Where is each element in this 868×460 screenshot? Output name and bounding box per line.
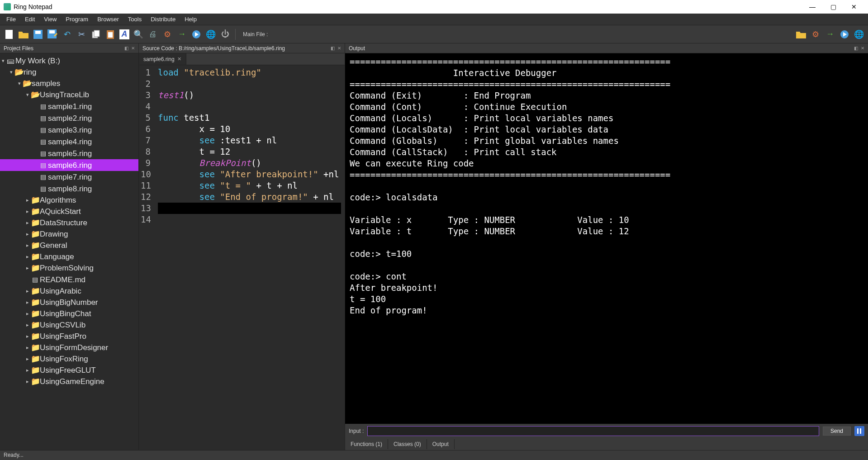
app-icon bbox=[4, 3, 11, 10]
undock-icon[interactable]: ◧ bbox=[331, 46, 335, 51]
power-icon[interactable]: ⏻ bbox=[220, 29, 231, 40]
source-panel-title: Source Code : B:/ring/samples/UsingTrace… bbox=[142, 45, 285, 52]
tree-folder-usingfreeglut[interactable]: ▸📁UsingFreeGLUT bbox=[0, 365, 138, 376]
tree-file-sample2.ring[interactable]: ▤sample2.ring bbox=[0, 112, 138, 124]
play-icon[interactable] bbox=[191, 29, 202, 40]
tree-folder-usinggameengine[interactable]: ▸📁UsingGameEngine bbox=[0, 376, 138, 387]
main-file-label: Main File : bbox=[240, 31, 270, 38]
panel-close-icon[interactable]: ✕ bbox=[337, 46, 341, 51]
maximize-button[interactable]: ▢ bbox=[823, 0, 844, 14]
tree-folder-ring[interactable]: ▾📂ring bbox=[0, 66, 138, 78]
tree-folder-usingbingchat[interactable]: ▸📁UsingBingChat bbox=[0, 308, 138, 319]
play-icon-2[interactable] bbox=[839, 29, 850, 40]
line-numbers: 1234567891011121314 bbox=[139, 65, 154, 450]
menu-edit[interactable]: Edit bbox=[20, 14, 39, 24]
print-icon[interactable]: 🖨 bbox=[147, 29, 158, 40]
svg-rect-8 bbox=[108, 32, 113, 38]
tab-close-icon[interactable]: ✕ bbox=[177, 56, 181, 62]
font-icon[interactable]: A bbox=[119, 29, 129, 39]
svg-rect-12 bbox=[860, 428, 861, 434]
save-as-icon[interactable] bbox=[47, 29, 58, 40]
tree-file-sample3.ring[interactable]: ▤sample3.ring bbox=[0, 124, 138, 136]
globe-icon[interactable]: 🌐 bbox=[205, 29, 216, 40]
statusbar: Ready... bbox=[0, 450, 868, 460]
menu-browser[interactable]: Browser bbox=[93, 14, 123, 24]
send-button[interactable]: Send bbox=[823, 427, 851, 436]
tree-folder-usingcsvlib[interactable]: ▸📁UsingCSVLib bbox=[0, 319, 138, 331]
tree-folder-general[interactable]: ▸📁General bbox=[0, 240, 138, 251]
bottom-tab-functions[interactable]: Functions (1) bbox=[345, 439, 388, 449]
open-folder-icon[interactable] bbox=[18, 29, 29, 40]
tree-folder-language[interactable]: ▸📁Language bbox=[0, 251, 138, 262]
undock-icon[interactable]: ◧ bbox=[854, 46, 858, 51]
run-arrow-icon[interactable]: → bbox=[176, 29, 187, 40]
find-icon[interactable]: 🔍 bbox=[133, 29, 144, 40]
paste-icon[interactable] bbox=[105, 29, 116, 40]
menu-program[interactable]: Program bbox=[61, 14, 93, 24]
tree-folder-algorithms[interactable]: ▸📁Algorithms bbox=[0, 194, 138, 206]
menubar: FileEditViewProgramBrowserToolsDistribut… bbox=[0, 14, 868, 25]
tree-folder-usingtrace[interactable]: ▾📂UsingTraceLib bbox=[0, 89, 138, 100]
bottom-tab-output[interactable]: Output bbox=[427, 439, 455, 449]
svg-rect-11 bbox=[857, 428, 859, 434]
output-panel-title: Output bbox=[349, 45, 365, 52]
svg-rect-4 bbox=[49, 30, 55, 33]
menu-file[interactable]: File bbox=[2, 14, 20, 24]
tree-file-sample8.ring[interactable]: ▤sample8.ring bbox=[0, 183, 138, 194]
menu-view[interactable]: View bbox=[39, 14, 61, 24]
new-file-icon[interactable] bbox=[4, 29, 14, 40]
output-console: ========================================… bbox=[345, 53, 868, 424]
tree-folder-problemsolving[interactable]: ▸📁ProblemSolving bbox=[0, 262, 138, 274]
project-panel-title: Project Files bbox=[4, 45, 33, 52]
minimize-button[interactable]: — bbox=[802, 0, 823, 14]
debug-icon[interactable]: ⚙ bbox=[162, 29, 173, 40]
globe-icon-2[interactable]: 🌐 bbox=[854, 29, 864, 40]
tree-folder-usingfastpro[interactable]: ▸📁UsingFastPro bbox=[0, 331, 138, 342]
copy-icon[interactable] bbox=[90, 29, 101, 40]
tree-folder-usingformdesigner[interactable]: ▸📁UsingFormDesigner bbox=[0, 342, 138, 353]
tree-file-sample7.ring[interactable]: ▤sample7.ring bbox=[0, 171, 138, 183]
tab-label: sample6.ring bbox=[143, 56, 175, 62]
debug-icon-2[interactable]: ⚙ bbox=[810, 29, 821, 40]
project-files-panel: Project Files ◧✕ ▾🖴My Work (B:)▾📂ring▾📂s… bbox=[0, 43, 139, 450]
file-tree[interactable]: ▾🖴My Work (B:)▾📂ring▾📂samples▾📂UsingTrac… bbox=[0, 53, 138, 450]
tree-folder-usingfoxring[interactable]: ▸📁UsingFoxRing bbox=[0, 353, 138, 365]
menu-help[interactable]: Help bbox=[180, 14, 201, 24]
tree-folder-usingarabic[interactable]: ▸📁UsingArabic bbox=[0, 285, 138, 297]
bottom-tab-classes[interactable]: Classes (0) bbox=[388, 439, 427, 449]
tree-file-sample6.ring[interactable]: ▤sample6.ring bbox=[0, 159, 138, 171]
tree-root[interactable]: ▾🖴My Work (B:) bbox=[0, 55, 138, 66]
code-editor[interactable]: load "tracelib.ring" test1() func test1 … bbox=[154, 65, 345, 450]
menu-tools[interactable]: Tools bbox=[123, 14, 146, 24]
svg-rect-6 bbox=[94, 30, 100, 37]
undock-icon[interactable]: ◧ bbox=[124, 46, 128, 51]
tree-folder-drawing[interactable]: ▸📁Drawing bbox=[0, 228, 138, 240]
tree-folder-aquickstart[interactable]: ▸📁AQuickStart bbox=[0, 206, 138, 217]
tree-file-readme[interactable]: ▤README.md bbox=[0, 274, 138, 285]
panel-close-icon[interactable]: ✕ bbox=[861, 46, 864, 51]
toolbar: ↶ ✂ A 🔍 🖨 ⚙ → 🌐 ⏻ Main File : ⚙ → 🌐 bbox=[0, 25, 868, 43]
titlebar: Ring Notepad — ▢ ✕ bbox=[0, 0, 868, 14]
tree-file-sample1.ring[interactable]: ▤sample1.ring bbox=[0, 100, 138, 112]
save-icon[interactable] bbox=[33, 29, 43, 40]
input-field[interactable] bbox=[367, 426, 819, 436]
bottom-tabs: Functions (1)Classes (0)Output bbox=[345, 438, 868, 450]
tree-folder-datastructure[interactable]: ▸📁DataStructure bbox=[0, 217, 138, 228]
tree-folder-usingbignumber[interactable]: ▸📁UsingBigNumber bbox=[0, 297, 138, 308]
tree-file-sample5.ring[interactable]: ▤sample5.ring bbox=[0, 147, 138, 159]
pause-button[interactable] bbox=[854, 426, 864, 436]
open-folder-icon-2[interactable] bbox=[796, 29, 806, 40]
tree-folder-samples[interactable]: ▾📂samples bbox=[0, 78, 138, 89]
panel-close-icon[interactable]: ✕ bbox=[131, 46, 135, 51]
editor-tab[interactable]: sample6.ring ✕ bbox=[139, 53, 186, 65]
svg-rect-2 bbox=[35, 31, 41, 34]
run-arrow-icon-2[interactable]: → bbox=[825, 29, 835, 40]
window-title: Ring Notepad bbox=[14, 3, 52, 10]
menu-distribute[interactable]: Distribute bbox=[146, 14, 180, 24]
cut-icon[interactable]: ✂ bbox=[76, 29, 87, 40]
output-panel: Output ◧✕ ==============================… bbox=[345, 43, 868, 450]
undo-icon[interactable]: ↶ bbox=[62, 29, 72, 40]
tree-file-sample4.ring[interactable]: ▤sample4.ring bbox=[0, 136, 138, 147]
svg-rect-0 bbox=[5, 30, 13, 39]
close-button[interactable]: ✕ bbox=[844, 0, 864, 14]
